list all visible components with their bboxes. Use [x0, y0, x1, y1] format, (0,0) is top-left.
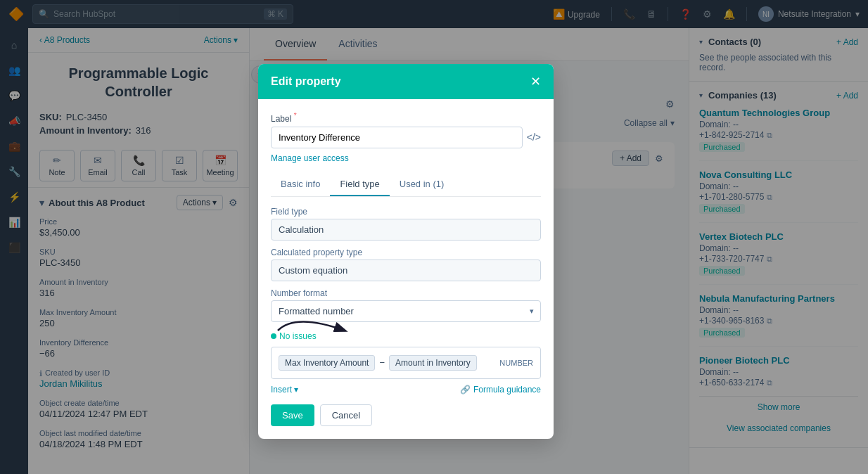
formula-token-1: Max Inventory Amount — [279, 355, 375, 371]
formula-guidance-link[interactable]: 🔗 Formula guidance — [460, 385, 541, 395]
label-input-row: </> — [271, 127, 541, 148]
formula-minus: − — [379, 357, 385, 368]
label-input[interactable] — [271, 127, 523, 148]
field-type-label: Field type — [271, 207, 541, 217]
code-icon[interactable]: </> — [527, 132, 541, 143]
formula-token-2: Amount in Inventory — [389, 355, 477, 371]
modal-overlay[interactable]: Edit property ✕ Label * </> Manage user … — [0, 0, 868, 474]
modal-header: Edit property ✕ — [258, 64, 554, 99]
insert-chevron-icon: ▾ — [294, 385, 298, 395]
label-field-label-text: Label — [271, 114, 291, 124]
field-type-value: Calculation — [271, 219, 541, 241]
modal-tab-field-type[interactable]: Field type — [330, 173, 389, 196]
modal-body: Label * </> Manage user access Basic inf… — [258, 99, 554, 439]
number-format-label: Number format — [271, 288, 541, 298]
manage-access-link[interactable]: Manage user access — [271, 153, 349, 163]
save-button[interactable]: Save — [271, 404, 314, 426]
modal-close-button[interactable]: ✕ — [530, 74, 541, 89]
modal-actions: Save Cancel — [271, 404, 541, 426]
modal-title: Edit property — [271, 75, 341, 88]
calc-type-label: Calculated property type — [271, 248, 541, 257]
no-issues-label: No issues — [279, 331, 317, 341]
no-issues-dot — [271, 333, 276, 339]
modal-tab-used-in[interactable]: Used in (1) — [390, 173, 454, 196]
insert-btn[interactable]: Insert ▾ — [271, 385, 298, 395]
formula-area[interactable]: Max Inventory Amount − Amount in Invento… — [271, 347, 541, 379]
label-field-label: Label * — [271, 112, 541, 124]
formula-number-label: NUMBER — [499, 359, 533, 367]
no-issues-badge: No issues — [271, 331, 317, 341]
insert-label: Insert — [271, 385, 292, 395]
calc-type-value: Custom equation — [271, 260, 541, 281]
formula-guidance-icon: 🔗 — [460, 385, 471, 395]
cancel-button[interactable]: Cancel — [320, 404, 372, 426]
formula-footer: Insert ▾ 🔗 Formula guidance — [271, 385, 541, 395]
modal-tab-basic-info[interactable]: Basic info — [271, 173, 330, 196]
modal-tabs: Basic info Field type Used in (1) — [271, 173, 541, 197]
edit-property-modal: Edit property ✕ Label * </> Manage user … — [258, 64, 554, 439]
number-format-select[interactable]: Formatted number Unformatted number Curr… — [271, 300, 541, 322]
formula-guidance-label: Formula guidance — [473, 385, 541, 395]
